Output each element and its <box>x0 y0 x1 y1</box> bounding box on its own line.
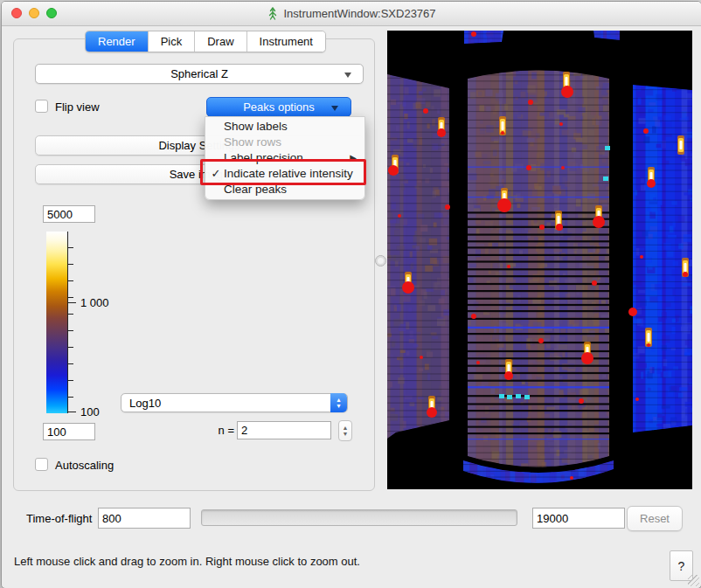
peak-marker <box>471 314 476 319</box>
peak-marker <box>561 166 565 169</box>
reset-button[interactable]: Reset <box>627 506 683 531</box>
peak-marker <box>635 398 639 401</box>
peak-marker <box>402 281 414 294</box>
menu-item-show-rows: Show rows <box>205 135 364 150</box>
peak-marker <box>526 165 531 170</box>
peak-marker <box>539 225 545 230</box>
peak-marker <box>538 338 544 343</box>
tick-label-1000: 1 000 <box>80 296 109 309</box>
peak-marker <box>501 131 504 135</box>
titlebar: InstrumentWindow:SXD23767 <box>2 2 701 26</box>
peak-marker <box>628 308 637 316</box>
peak-marker <box>683 272 688 277</box>
peak-marker <box>570 476 573 480</box>
peak-marker <box>579 398 584 404</box>
projection-value: Spherical Z <box>170 67 228 80</box>
render-tab-panel: Spherical Z Flip view Peaks options Disp… <box>13 38 375 491</box>
peak-marker <box>528 100 533 105</box>
menu-item-show-labels[interactable]: Show labels <box>205 119 364 135</box>
tof-max-input[interactable] <box>532 508 625 529</box>
peaks-options-button[interactable]: Peaks options <box>206 97 351 117</box>
instrument-view[interactable] <box>387 31 692 489</box>
chevron-down-icon <box>344 73 351 78</box>
peak-marker <box>556 224 563 231</box>
cyan-pixel <box>516 394 521 398</box>
cyan-pixel <box>524 395 530 399</box>
peak-marker <box>497 198 511 212</box>
peak-marker <box>437 128 446 137</box>
cyan-pixel <box>605 146 610 150</box>
color-scale-bar[interactable] <box>46 232 67 413</box>
flip-view-checkbox[interactable] <box>35 100 48 113</box>
n-stepper[interactable]: ▲▼ <box>338 420 352 441</box>
tof-label: Time-of-flight <box>26 512 92 525</box>
mantid-app-icon <box>267 7 279 20</box>
annotation-highlight-box <box>200 159 366 185</box>
cyan-pixel <box>499 394 504 398</box>
splitter-handle-icon[interactable] <box>375 255 386 266</box>
tab-bar: Render Pick Draw Instrument <box>85 31 326 52</box>
peak-marker <box>640 255 643 259</box>
cyan-pixel <box>507 395 512 399</box>
viz-panel-left-bank <box>387 74 456 442</box>
peak-marker <box>561 86 573 98</box>
peak-marker <box>581 352 593 364</box>
autoscaling-checkbox[interactable] <box>35 458 48 471</box>
peak-marker <box>647 179 656 188</box>
chevron-down-icon <box>331 106 338 111</box>
peak-marker <box>507 265 510 268</box>
scale-type-value: Log10 <box>129 397 161 410</box>
peak-marker <box>592 280 597 286</box>
tab-pick[interactable]: Pick <box>149 31 196 52</box>
viz-panel-center-bank <box>468 64 617 479</box>
peak-marker <box>643 128 649 134</box>
peak-marker <box>476 361 480 364</box>
instrument-window: InstrumentWindow:SXD23767 Render Pick Dr… <box>1 1 701 588</box>
scale-min-input[interactable] <box>43 423 95 440</box>
resize-grip[interactable] <box>688 575 699 586</box>
peaks-options-menu: Show labels Show rows Label precision ▶ … <box>205 116 365 200</box>
tab-render[interactable]: Render <box>86 31 149 52</box>
status-text: Left mouse click and drag to zoom in. Ri… <box>14 555 360 568</box>
window-title: InstrumentWindow:SXD23767 <box>283 7 435 20</box>
splitter[interactable] <box>375 31 387 489</box>
tab-draw[interactable]: Draw <box>195 31 246 52</box>
projection-combobox[interactable]: Spherical Z <box>35 64 364 84</box>
scale-type-combobox[interactable]: Log10 ▲▼ <box>121 393 348 412</box>
peak-marker <box>471 31 476 37</box>
peak-marker <box>427 407 437 418</box>
peaks-options-label: Peaks options <box>243 100 315 114</box>
color-scale-ticks <box>67 232 73 413</box>
peak-marker <box>647 343 650 347</box>
tick-1000 <box>67 302 76 303</box>
peak-marker <box>504 371 513 380</box>
peak-marker <box>420 356 423 359</box>
viz-panel-top-sliver-right <box>593 31 628 40</box>
viz-panel-top-sliver-left <box>464 31 506 44</box>
peak-marker <box>445 204 450 210</box>
tof-slider[interactable] <box>201 509 517 526</box>
tab-instrument[interactable]: Instrument <box>247 31 325 52</box>
n-input[interactable] <box>237 421 331 439</box>
peak-marker <box>398 214 401 218</box>
tick-100 <box>67 412 76 412</box>
instrument-render <box>387 31 692 489</box>
tof-min-input[interactable] <box>98 508 191 529</box>
peak-marker <box>388 165 399 176</box>
peak-marker <box>559 122 563 126</box>
title-area: InstrumentWindow:SXD23767 <box>2 2 701 25</box>
peak-marker <box>423 108 428 114</box>
scale-max-input[interactable] <box>43 205 95 223</box>
combo-stepper-icon: ▲▼ <box>330 393 347 412</box>
tick-label-100: 100 <box>80 405 100 419</box>
flip-view-label: Flip view <box>55 100 100 114</box>
n-label: n = <box>208 424 234 437</box>
peak-marker <box>593 216 605 228</box>
cyan-pixel <box>603 176 608 181</box>
autoscaling-label: Autoscaling <box>55 459 114 472</box>
